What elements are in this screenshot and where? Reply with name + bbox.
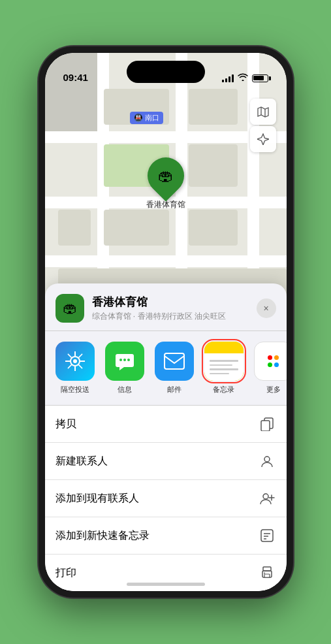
messages-icon <box>105 342 144 381</box>
share-item-notes[interactable]: 备忘录 <box>202 342 246 394</box>
svg-point-9 <box>263 494 268 499</box>
phone-frame: 09:41 <box>39 46 293 598</box>
close-button[interactable]: × <box>257 298 276 318</box>
map-controls <box>250 99 276 152</box>
venue-icon: 🏟 <box>55 294 84 323</box>
share-item-messages[interactable]: 信息 <box>102 342 147 394</box>
dynamic-island <box>127 61 205 83</box>
venue-info: 香港体育馆 综合体育馆 · 香港特别行政区 油尖旺区 <box>92 295 257 322</box>
share-item-airdrop[interactable]: 隔空投送 <box>53 342 97 394</box>
menu-list: 拷贝 新建联系人 <box>45 406 287 591</box>
svg-rect-12 <box>261 530 273 541</box>
person-icon <box>258 452 276 470</box>
status-time: 09:41 <box>63 72 88 84</box>
notes-label: 备忘录 <box>213 385 234 394</box>
svg-point-8 <box>264 457 270 462</box>
svg-rect-16 <box>263 567 271 571</box>
quick-note-label: 添加到新快速备忘录 <box>55 529 150 543</box>
mail-label: 邮件 <box>167 385 181 394</box>
person-add-icon <box>258 489 276 507</box>
notes-icon <box>204 342 244 381</box>
svg-rect-5 <box>165 353 184 369</box>
stadium-pin[interactable]: 🏟 香港体育馆 <box>146 157 185 210</box>
svg-point-3 <box>123 359 126 361</box>
messages-label: 信息 <box>118 385 132 394</box>
share-row: 隔空投送 信息 <box>45 331 287 406</box>
menu-item-new-contact[interactable]: 新建联系人 <box>45 443 287 480</box>
print-label: 打印 <box>55 566 76 580</box>
map-style-button[interactable] <box>250 99 276 125</box>
share-item-more[interactable]: 更多 <box>251 342 287 394</box>
copy-icon <box>258 415 276 433</box>
stadium-icon: 🏟 <box>158 167 174 185</box>
svg-rect-18 <box>264 574 270 577</box>
svg-rect-7 <box>261 421 270 431</box>
more-icon <box>254 342 287 381</box>
svg-point-4 <box>127 359 130 361</box>
svg-point-19 <box>264 573 265 574</box>
more-label: 更多 <box>266 385 281 394</box>
menu-item-quick-note[interactable]: 添加到新快速备忘录 <box>45 517 287 555</box>
airdrop-icon <box>55 342 95 381</box>
mail-icon <box>155 342 194 381</box>
svg-point-2 <box>119 359 122 361</box>
menu-item-copy[interactable]: 拷贝 <box>45 406 287 443</box>
copy-label: 拷贝 <box>55 417 76 431</box>
location-button[interactable] <box>250 126 276 152</box>
pin-background: 🏟 <box>140 150 191 201</box>
sheet-header: 🏟 香港体育馆 综合体育馆 · 香港特别行政区 油尖旺区 × <box>45 294 287 331</box>
airdrop-label: 隔空投送 <box>61 385 89 394</box>
home-indicator <box>127 583 205 586</box>
svg-point-1 <box>73 359 77 363</box>
new-contact-label: 新建联系人 <box>55 455 108 468</box>
share-item-mail[interactable]: 邮件 <box>152 342 197 394</box>
phone-screen: 09:41 <box>45 53 287 591</box>
print-icon <box>258 564 276 582</box>
venue-subtitle: 综合体育馆 · 香港特别行政区 油尖旺区 <box>92 311 257 322</box>
station-name: 南口 <box>145 113 159 123</box>
bottom-sheet: 🏟 香港体育馆 综合体育馆 · 香港特别行政区 油尖旺区 × <box>45 283 287 591</box>
venue-name: 香港体育馆 <box>92 295 257 310</box>
signal-icon <box>222 74 234 82</box>
map-station-label: 🚇 南口 <box>130 112 163 124</box>
note-icon <box>258 526 276 545</box>
status-icons <box>222 73 268 84</box>
wifi-icon <box>238 73 248 83</box>
menu-item-add-existing[interactable]: 添加到现有联系人 <box>45 480 287 517</box>
battery-icon <box>252 74 268 82</box>
station-icon: 🚇 <box>134 114 143 122</box>
add-existing-label: 添加到现有联系人 <box>55 492 139 506</box>
